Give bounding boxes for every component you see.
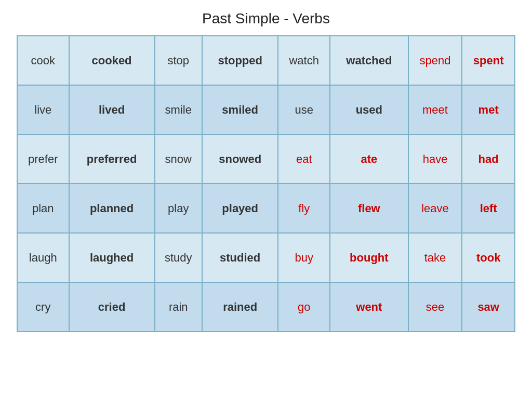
table-cell: spent bbox=[462, 36, 515, 85]
table-cell: take bbox=[408, 233, 462, 282]
table-cell: have bbox=[408, 134, 462, 184]
table-cell: took bbox=[462, 233, 515, 282]
table-cell: play bbox=[155, 184, 202, 233]
table-cell: rained bbox=[202, 282, 278, 332]
table-cell: smile bbox=[155, 85, 202, 134]
table-cell: cook bbox=[17, 36, 69, 85]
table-row: livelivedsmilesmileduseusedmeetmet bbox=[17, 85, 515, 134]
table-cell: cooked bbox=[69, 36, 155, 85]
table-cell: flew bbox=[330, 184, 408, 233]
table-cell: cry bbox=[17, 282, 69, 332]
table-row: preferpreferredsnowsnowedeatatehavehad bbox=[17, 134, 515, 184]
table-row: planplannedplayplayedflyflewleaveleft bbox=[17, 184, 515, 233]
table-cell: had bbox=[462, 134, 515, 184]
table-cell: laughed bbox=[69, 233, 155, 282]
table-cell: snow bbox=[155, 134, 202, 184]
table-row: crycriedrainrainedgowentseesaw bbox=[17, 282, 515, 332]
table-cell: cried bbox=[69, 282, 155, 332]
table-cell: ate bbox=[330, 134, 408, 184]
page-title: Past Simple - Verbs bbox=[202, 10, 330, 27]
table-cell: prefer bbox=[17, 134, 69, 184]
table-cell: study bbox=[155, 233, 202, 282]
table-cell: buy bbox=[278, 233, 330, 282]
table-cell: meet bbox=[408, 85, 462, 134]
table-cell: plan bbox=[17, 184, 69, 233]
table-cell: planned bbox=[69, 184, 155, 233]
table-row: cookcookedstopstoppedwatchwatchedspendsp… bbox=[17, 36, 515, 85]
table-cell: fly bbox=[278, 184, 330, 233]
table-cell: studied bbox=[202, 233, 278, 282]
table-cell: spend bbox=[408, 36, 462, 85]
table-cell: use bbox=[278, 85, 330, 134]
table-cell: played bbox=[202, 184, 278, 233]
table-cell: stop bbox=[155, 36, 202, 85]
table-cell: watch bbox=[278, 36, 330, 85]
table-cell: went bbox=[330, 282, 408, 332]
table-cell: eat bbox=[278, 134, 330, 184]
table-cell: go bbox=[278, 282, 330, 332]
verbs-table: cookcookedstopstoppedwatchwatchedspendsp… bbox=[17, 35, 515, 332]
table-cell: smiled bbox=[202, 85, 278, 134]
table-cell: rain bbox=[155, 282, 202, 332]
table-cell: live bbox=[17, 85, 69, 134]
table-cell: met bbox=[462, 85, 515, 134]
table-cell: preferred bbox=[69, 134, 155, 184]
table-cell: snowed bbox=[202, 134, 278, 184]
table-cell: watched bbox=[330, 36, 408, 85]
table-cell: left bbox=[462, 184, 515, 233]
table-cell: bought bbox=[330, 233, 408, 282]
table-cell: leave bbox=[408, 184, 462, 233]
table-cell: used bbox=[330, 85, 408, 134]
table-cell: stopped bbox=[202, 36, 278, 85]
table-cell: saw bbox=[462, 282, 515, 332]
table-cell: see bbox=[408, 282, 462, 332]
table-cell: laugh bbox=[17, 233, 69, 282]
table-cell: lived bbox=[69, 85, 155, 134]
table-row: laughlaughedstudystudiedbuyboughttaketoo… bbox=[17, 233, 515, 282]
